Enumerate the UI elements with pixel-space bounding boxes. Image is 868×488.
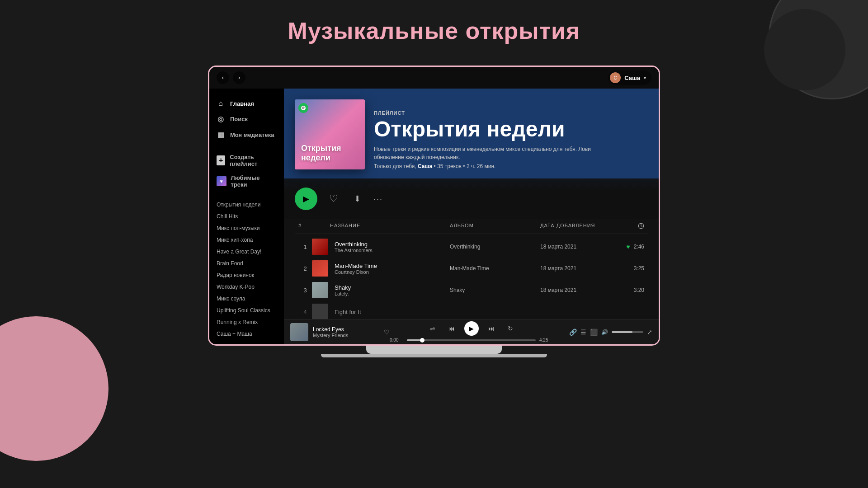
player-right: 🔗 ☰ ⬛ 🔊 ⤢ (553, 328, 652, 336)
track-time: 3:20 (634, 287, 644, 293)
sidebar-label-create: Создать плейлист (230, 154, 277, 167)
playlist-item-soul-classics[interactable]: Uplifting Soul Classics (209, 305, 284, 316)
col-title: НАЗВАНИЕ (330, 223, 450, 230)
track-thumbnail (312, 304, 328, 320)
track-table-header: # НАЗВАНИЕ АЛЬБОМ ДАТА ДОБАВЛЕНИЯ (295, 219, 648, 234)
device-button[interactable]: ⬛ (590, 328, 598, 336)
progress-dot (420, 338, 425, 343)
library-icon: ▦ (217, 131, 225, 139)
playlist-item-great-day[interactable]: Have a Great Day! (209, 246, 284, 258)
col-date: ДАТА ДОБАВЛЕНИЯ (540, 223, 622, 230)
right-content: Открытия недели ПЛЕЙЛИСТ Открытия недели… (284, 89, 659, 344)
user-menu[interactable]: С Саша ▾ (608, 70, 651, 85)
laptop-base (321, 354, 547, 357)
track-name: Fight for It (335, 309, 450, 315)
playlist-description: Новые треки и редкие композиции в еженед… (374, 145, 609, 161)
track-number: 4 (298, 309, 312, 315)
sidebar-nav: ⌂ Главная ◎ Поиск ▦ Моя медиатека (209, 92, 284, 146)
track-number: 2 (298, 265, 312, 272)
queue-button[interactable]: ☰ (580, 328, 586, 336)
volume-button[interactable]: 🔊 (601, 329, 608, 335)
sidebar-label-library: Моя медиатека (230, 131, 274, 138)
nav-back-button[interactable]: ‹ (217, 71, 229, 84)
user-avatar: С (610, 72, 621, 83)
track-info: Man-Made Time Courtney Dixon (330, 263, 450, 275)
progress-bar[interactable] (407, 339, 536, 341)
playlist-item-brain-food[interactable]: Brain Food (209, 258, 284, 269)
col-album: АЛЬБОМ (450, 223, 540, 230)
download-button[interactable]: ⬇ (350, 192, 364, 206)
playlist-item-radar[interactable]: Радар новинок (209, 269, 284, 281)
playlist-item-discoveries[interactable]: Открытия недели (209, 199, 284, 211)
play-button[interactable]: ▶ (295, 188, 317, 210)
play-pause-button[interactable]: ▶ (464, 321, 479, 336)
laptop-container: ‹ › С Саша ▾ ⌂ Главная (208, 66, 660, 364)
col-num: # (298, 223, 312, 230)
svg-point-0 (301, 106, 306, 110)
main-content: ⌂ Главная ◎ Поиск ▦ Моя медиатека (209, 67, 659, 344)
sidebar-create-playlist[interactable]: + Создать плейлист (209, 150, 284, 171)
current-time: 0:00 (390, 338, 403, 343)
playlist-item-sasha-masha[interactable]: Саша + Маша (209, 328, 284, 340)
sidebar-item-home[interactable]: ⌂ Главная (209, 96, 284, 111)
table-row[interactable]: 3 Shaky Lately. Shaky 18 марта 2021 3:20 (295, 279, 648, 301)
sidebar-item-search[interactable]: ◎ Поиск (209, 111, 284, 127)
track-duration: 3:20 (622, 287, 644, 293)
playlist-type-label: ПЛЕЙЛИСТ (374, 110, 648, 116)
track-duration: 3:25 (622, 265, 644, 272)
liked-tracks-icon: ♥ (217, 176, 226, 186)
playlist-item-running[interactable]: Running x Remix (209, 316, 284, 328)
track-name: Shaky (335, 284, 450, 291)
playlist-item-pop-mix[interactable]: Микс поп-музыки (209, 222, 284, 234)
playlist-meta-duration: 2 ч. 26 мин. (467, 163, 496, 169)
nav-arrows: ‹ › (217, 71, 245, 84)
track-album: Overthinking (450, 244, 540, 250)
nav-forward-button[interactable]: › (233, 71, 245, 84)
track-name: Man-Made Time (335, 263, 450, 269)
playlist-list: Открытия недели Chill Hits Микс поп-музы… (209, 197, 284, 342)
sidebar: ⌂ Главная ◎ Поиск ▦ Моя медиатека (209, 89, 284, 344)
col-thumb (312, 223, 330, 230)
table-row[interactable]: 2 Man-Made Time Courtney Dixon Man-Made … (295, 258, 648, 279)
cover-text-line2: недели (301, 153, 341, 163)
track-number: 1 (298, 244, 312, 250)
shuffle-button[interactable]: ⇌ (426, 322, 439, 335)
sidebar-liked-tracks[interactable]: ♥ Любимые треки (209, 171, 284, 192)
more-options-button[interactable]: ··· (373, 194, 383, 204)
playlist-item-hiphop-mix[interactable]: Микс хип-хопа (209, 234, 284, 246)
top-bar: ‹ › С Саша ▾ (209, 67, 659, 89)
table-row[interactable]: 1 Overthinking The Astronomers Overthink… (295, 236, 648, 258)
lyrics-button[interactable]: 🔗 (569, 328, 577, 336)
next-button[interactable]: ⏭ (485, 322, 498, 335)
volume-fill (612, 331, 632, 333)
now-playing-thumbnail (290, 323, 308, 341)
playlist-info: ПЛЕЙЛИСТ Открытия недели Новые треки и р… (374, 110, 648, 169)
bg-decoration-left (0, 316, 108, 461)
playlist-meta: Только для тебя, Саша • 35 треков • 2 ч.… (374, 163, 648, 169)
spotify-app: ‹ › С Саша ▾ ⌂ Главная (209, 67, 659, 344)
playlist-meta-user: Саша (418, 163, 432, 169)
search-icon: ◎ (217, 115, 225, 123)
laptop-stand (366, 346, 502, 354)
track-thumbnail (312, 239, 328, 255)
repeat-button[interactable]: ↻ (504, 322, 517, 335)
player-controls: ⇌ ⏮ ▶ ⏭ ↻ 0:00 (390, 321, 553, 343)
sidebar-label-home: Главная (230, 100, 254, 107)
track-table: # НАЗВАНИЕ АЛЬБОМ ДАТА ДОБАВЛЕНИЯ 1 (284, 219, 659, 323)
fullscreen-button[interactable]: ⤢ (647, 328, 652, 336)
playlist-item-chill-hits[interactable]: Chill Hits (209, 211, 284, 222)
track-info: Fight for It (330, 309, 450, 315)
playlist-meta-prefix: Только для тебя, (374, 163, 416, 169)
create-playlist-icon: + (217, 155, 225, 165)
playlist-item-soul-mix[interactable]: Микс соула (209, 293, 284, 305)
volume-bar[interactable] (612, 331, 643, 333)
prev-button[interactable]: ⏮ (445, 322, 458, 335)
playlist-title: Открытия недели (374, 117, 648, 141)
track-artist: Lately. (335, 291, 450, 296)
user-name: Саша (624, 75, 640, 81)
playlist-item-kpop[interactable]: Workday K-Pop (209, 281, 284, 293)
sidebar-item-library[interactable]: ▦ Моя медиатека (209, 127, 284, 143)
heart-button[interactable]: ♡ (326, 192, 341, 206)
track-thumbnail (312, 260, 328, 277)
now-playing-heart-button[interactable]: ♡ (384, 328, 390, 336)
